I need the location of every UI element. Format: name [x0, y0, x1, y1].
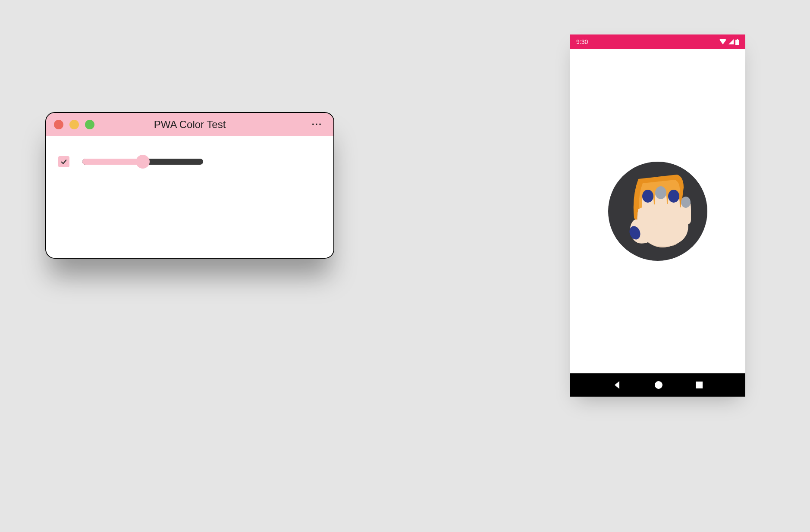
android-phone: 9:30	[570, 34, 745, 397]
slider-thumb[interactable]	[136, 155, 150, 169]
more-options-icon[interactable]: ···	[312, 119, 322, 130]
svg-point-4	[668, 190, 679, 203]
mac-pwa-window: PWA Color Test ···	[45, 112, 334, 259]
traffic-lights	[54, 120, 94, 129]
home-icon[interactable]	[654, 381, 663, 389]
svg-point-3	[655, 186, 666, 199]
accent-checkbox[interactable]	[58, 156, 69, 167]
minimize-traffic-light[interactable]	[69, 120, 79, 129]
recent-apps-icon[interactable]	[695, 381, 703, 389]
close-traffic-light[interactable]	[54, 120, 63, 129]
svg-rect-8	[696, 382, 703, 388]
phone-splash-body	[570, 49, 745, 373]
checkmark-icon	[60, 158, 68, 166]
svg-point-2	[642, 190, 653, 203]
svg-rect-1	[737, 39, 738, 40]
mac-titlebar[interactable]: PWA Color Test ···	[46, 113, 333, 136]
squoosh-app-icon	[608, 162, 707, 261]
svg-point-5	[681, 197, 691, 208]
status-time: 9:30	[576, 38, 588, 45]
signal-icon	[728, 39, 734, 45]
slider-fill	[82, 159, 143, 165]
wifi-icon	[719, 39, 727, 45]
android-status-bar: 9:30	[570, 34, 745, 49]
android-nav-bar	[570, 373, 745, 397]
mac-window-body	[46, 136, 333, 258]
status-icons	[719, 39, 739, 45]
svg-rect-0	[735, 40, 739, 45]
squoosh-hand-icon	[608, 162, 707, 261]
accent-slider[interactable]	[82, 156, 203, 167]
maximize-traffic-light[interactable]	[85, 120, 94, 129]
battery-icon	[735, 39, 739, 45]
svg-point-7	[655, 381, 662, 389]
back-icon[interactable]	[612, 380, 622, 390]
